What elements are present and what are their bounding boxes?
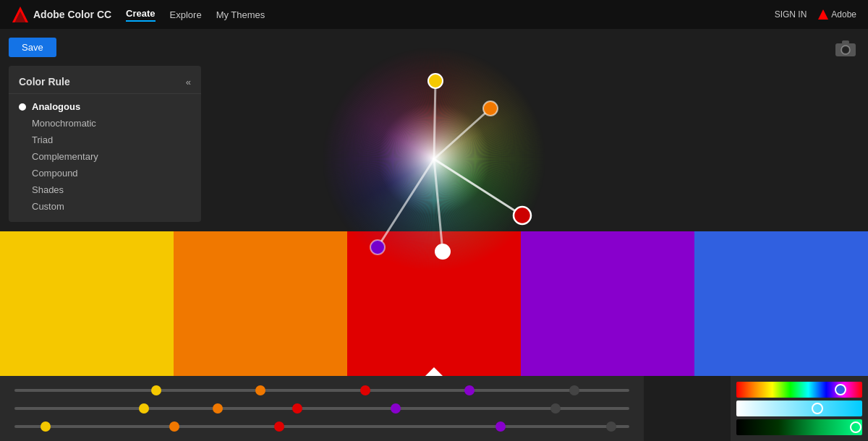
strip-circle-2[interactable]: [812, 403, 823, 414]
rule-monochromatic[interactable]: Monochromatic: [9, 115, 201, 132]
nav-create[interactable]: Create: [126, 8, 155, 22]
slider-thumb-2-5[interactable]: [550, 403, 561, 414]
color-strip-bright[interactable]: [736, 419, 862, 435]
top-nav: Adobe Color CC Create Explore My Themes …: [0, 0, 868, 29]
rule-dot-analogous: [19, 103, 26, 111]
swatch-purple[interactable]: [521, 231, 694, 376]
slider-thumb-2-3[interactable]: [292, 403, 302, 414]
panel-header: Color Rule «: [9, 73, 201, 94]
rule-custom[interactable]: Custom: [9, 198, 201, 215]
left-panel: Save Color Rule « Analogous Monochromati…: [0, 29, 210, 441]
slider-thumb-2-2[interactable]: [213, 403, 223, 414]
slider-thumb-3-5[interactable]: [606, 421, 616, 432]
svg-point-10: [843, 47, 848, 53]
color-wheel-container[interactable]: [318, 43, 550, 275]
swatch-blue[interactable]: [694, 231, 868, 376]
color-strip-row-2: [736, 401, 862, 416]
brand-name: Adobe Color CC: [33, 9, 111, 20]
save-button[interactable]: Save: [9, 38, 56, 57]
main-area: Save Color Rule « Analogous Monochromati…: [0, 29, 868, 441]
adobe-icon: [12, 6, 29, 23]
camera-button[interactable]: [835, 39, 856, 60]
svg-marker-2: [818, 9, 828, 20]
sign-in-link[interactable]: SIGN IN: [775, 9, 807, 20]
camera-icon: [835, 39, 856, 58]
nav-explore[interactable]: Explore: [170, 9, 202, 20]
color-strip-row-1: [736, 382, 862, 398]
nav-right: SIGN IN Adobe: [775, 9, 856, 20]
slider-thumb-1-2[interactable]: [255, 385, 265, 395]
color-strip-hue[interactable]: [736, 382, 862, 398]
color-strip-sat[interactable]: [736, 401, 862, 416]
slider-thumb-1-4[interactable]: [464, 385, 475, 395]
panel-title: Color Rule: [19, 76, 70, 87]
collapse-icon[interactable]: «: [186, 77, 191, 87]
color-wheel[interactable]: [318, 43, 550, 275]
rule-complementary[interactable]: Complementary: [9, 148, 201, 165]
strip-circle-3[interactable]: [850, 421, 861, 433]
slider-thumb-1-5[interactable]: [569, 385, 579, 395]
nav-my-themes[interactable]: My Themes: [216, 9, 265, 20]
color-rule-panel: Color Rule « Analogous Monochromatic Tri…: [9, 66, 201, 222]
rule-triad[interactable]: Triad: [9, 132, 201, 148]
rule-compound[interactable]: Compound: [9, 165, 201, 181]
slider-thumb-1-3[interactable]: [360, 385, 370, 395]
slider-thumb-3-3[interactable]: [274, 421, 284, 432]
active-indicator: [425, 367, 443, 376]
right-panel: [731, 376, 868, 441]
brand: Adobe Color CC: [12, 6, 111, 23]
svg-rect-11: [842, 40, 849, 44]
strip-circle-1[interactable]: [835, 384, 846, 395]
slider-thumb-3-4[interactable]: [495, 421, 506, 432]
adobe-link[interactable]: Adobe: [818, 9, 856, 20]
rule-shades[interactable]: Shades: [9, 181, 201, 198]
slider-thumb-2-4[interactable]: [391, 403, 401, 414]
color-strip-row-3: [736, 419, 862, 435]
rule-analogous[interactable]: Analogous: [9, 98, 201, 115]
